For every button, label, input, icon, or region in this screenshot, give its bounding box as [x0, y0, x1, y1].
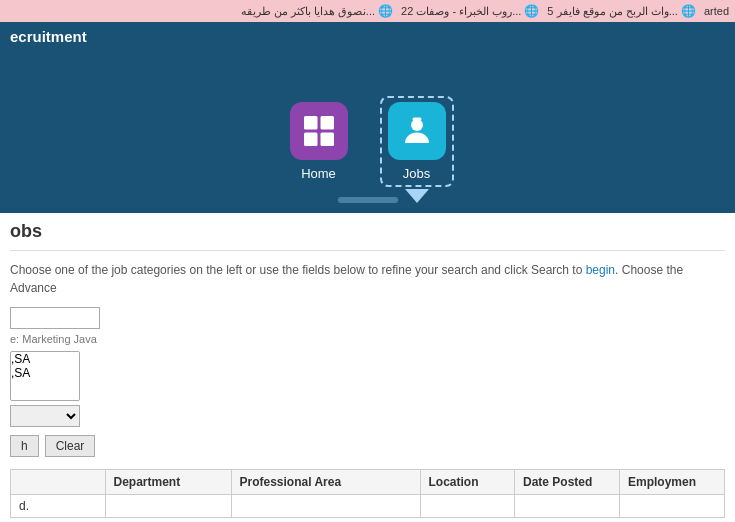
cell-title: d. [11, 495, 106, 518]
search-description: Choose one of the job categories on the … [10, 261, 725, 297]
page-content: obs Choose one of the job categories on … [0, 213, 735, 522]
bookmarks-bar: arted 🌐 ...واث الربح من موقع فايفر 5 🌐 .… [0, 0, 735, 22]
home-icon [301, 113, 337, 149]
active-arrow [405, 189, 429, 203]
cell-employment [620, 495, 725, 518]
scroll-indicator [0, 195, 735, 213]
col-header-location: Location [420, 470, 515, 495]
department-select[interactable] [10, 405, 80, 427]
keyword-input[interactable] [10, 307, 100, 329]
begin-link[interactable]: begin [586, 263, 615, 277]
divider [10, 250, 725, 251]
app-header: ecruitment [0, 22, 735, 50]
results-table: Department Professional Area Location Da… [10, 469, 725, 518]
clear-button[interactable]: Clear [45, 435, 96, 457]
description-text: Choose one of the job categories on the … [10, 263, 586, 277]
cell-location [420, 495, 515, 518]
search-form: e: Marketing Java ,SA ,SA h Clear [10, 307, 725, 457]
home-icon-box [290, 102, 348, 160]
scroll-pill [338, 197, 398, 203]
nav-icons-area: Home Jobs [0, 50, 735, 195]
active-border [380, 96, 454, 187]
svg-rect-1 [320, 116, 334, 130]
bookmark-4[interactable]: 🌐 ...نصوق هدايا باكثر من طريقه [241, 4, 393, 18]
app-title: ecruitment [10, 28, 87, 45]
col-header-employment: Employmen [620, 470, 725, 495]
cell-department [105, 495, 231, 518]
button-row: h Clear [10, 435, 725, 457]
text-icon: arted [704, 5, 729, 17]
bookmark-label-2: ...واث الربح من موقع فايفر 5 [547, 5, 678, 18]
bookmark-3[interactable]: 🌐 ...روب الخبراء - وصفات 22 [401, 4, 539, 18]
location-option-1: ,SA [11, 352, 79, 366]
col-header-title [11, 470, 106, 495]
globe-icon-3: 🌐 [378, 4, 393, 18]
col-header-professional-area: Professional Area [231, 470, 420, 495]
nav-jobs[interactable]: Jobs [388, 102, 446, 185]
svg-rect-3 [320, 133, 334, 147]
table-header-row: Department Professional Area Location Da… [11, 470, 725, 495]
bookmark-label-3: ...روب الخبراء - وصفات 22 [401, 5, 521, 18]
svg-rect-2 [304, 133, 318, 147]
search-button[interactable]: h [10, 435, 39, 457]
location-option-2: ,SA [11, 366, 79, 380]
page-title: obs [10, 221, 725, 242]
location-select[interactable]: ,SA ,SA [10, 351, 80, 401]
bookmark-1[interactable]: arted [704, 5, 729, 17]
bookmark-label-4: ...نصوق هدايا باكثر من طريقه [241, 5, 375, 18]
cell-professional-area [231, 495, 420, 518]
svg-rect-0 [304, 116, 318, 130]
cell-date-posted [515, 495, 620, 518]
col-header-department: Department [105, 470, 231, 495]
home-label: Home [301, 166, 336, 181]
globe-icon-1: 🌐 [681, 4, 696, 18]
col-header-date-posted: Date Posted [515, 470, 620, 495]
bookmark-2[interactable]: 🌐 ...واث الربح من موقع فايفر 5 [547, 4, 696, 18]
nav-icons-container: Home Jobs [290, 102, 446, 195]
table-row: d. [11, 495, 725, 518]
keyword-hint: e: Marketing Java [10, 333, 725, 345]
globe-icon-2: 🌐 [524, 4, 539, 18]
nav-home[interactable]: Home [290, 102, 348, 185]
